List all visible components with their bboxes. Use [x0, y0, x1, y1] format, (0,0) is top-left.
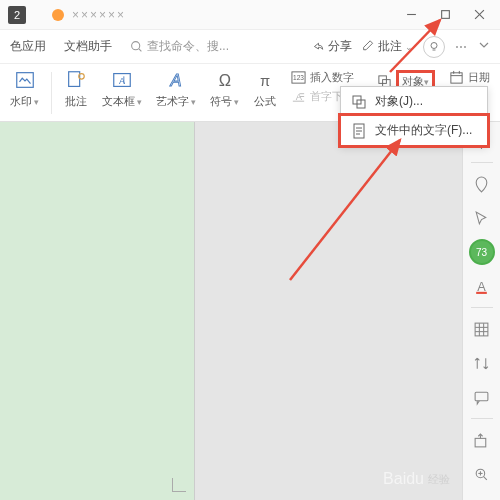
- search-icon: [130, 40, 143, 53]
- annotate-label: 批注: [65, 94, 87, 109]
- svg-text:123: 123: [293, 74, 304, 81]
- comment-button[interactable]: [469, 384, 495, 410]
- svg-rect-1: [441, 11, 449, 19]
- theme-application[interactable]: 色应用: [10, 38, 46, 55]
- watermark-button[interactable]: 水印▾: [6, 68, 43, 109]
- baidu-watermark: Baidu 经验: [383, 470, 450, 488]
- find-button[interactable]: [469, 171, 495, 197]
- object-icon: [351, 94, 367, 110]
- share-side-button[interactable]: [469, 427, 495, 453]
- symbol-icon: Ω: [213, 68, 237, 92]
- date-label: 日期: [468, 70, 490, 85]
- wordart-icon: A: [164, 68, 188, 92]
- annotate-button[interactable]: 批注: [60, 68, 92, 109]
- location-icon: [473, 176, 490, 193]
- dropdown-object-label: 对象(J)...: [375, 93, 423, 110]
- score-badge[interactable]: 73: [469, 239, 495, 265]
- command-search[interactable]: 查找命令、搜...: [130, 38, 229, 55]
- page-corner-mark: [172, 478, 186, 492]
- watermark-sub: 经验: [428, 472, 450, 487]
- svg-rect-9: [69, 72, 80, 87]
- file-text-icon: [351, 123, 367, 139]
- share-button[interactable]: 分享: [312, 38, 352, 55]
- dropdown-text-file-label: 文件中的文字(F)...: [375, 122, 472, 139]
- insert-number-button[interactable]: 123 插入数字: [291, 70, 363, 85]
- document-page[interactable]: [0, 122, 195, 500]
- doc-title: ××××××: [72, 8, 126, 22]
- annotation-label: 批注: [378, 38, 402, 55]
- annotation-icon: [362, 40, 375, 53]
- date-icon: [449, 70, 464, 85]
- share-label: 分享: [328, 38, 352, 55]
- dropdown-object-item[interactable]: 对象(J)...: [341, 87, 487, 116]
- textbox-label: 文本框: [102, 94, 135, 109]
- symbol-button[interactable]: Ω 符号▾: [206, 68, 243, 109]
- cursor-icon: [473, 210, 490, 227]
- svg-point-4: [132, 42, 140, 50]
- zoom-button[interactable]: [469, 461, 495, 487]
- share-icon: [473, 432, 490, 449]
- search-placeholder: 查找命令、搜...: [147, 38, 229, 55]
- svg-text:Ω: Ω: [218, 71, 230, 89]
- annotate-icon: [64, 68, 88, 92]
- svg-rect-43: [475, 392, 488, 401]
- dropdown-text-from-file[interactable]: 文件中的文字(F)...: [338, 113, 490, 148]
- style-button[interactable]: A: [469, 273, 495, 299]
- side-panel: 73 A: [462, 122, 500, 500]
- zoom-icon: [473, 466, 490, 483]
- close-button[interactable]: [466, 2, 492, 28]
- chevron-down-icon: ▾: [34, 97, 39, 107]
- share-icon: [312, 40, 325, 53]
- sort-icon: [473, 355, 490, 372]
- watermark-icon: [13, 68, 37, 92]
- wordart-button[interactable]: A 艺术字▾: [152, 68, 200, 109]
- formula-icon: π: [253, 68, 277, 92]
- formula-button[interactable]: π 公式: [249, 68, 281, 109]
- svg-text:A: A: [477, 278, 486, 293]
- svg-line-5: [139, 49, 141, 51]
- svg-point-6: [431, 42, 437, 48]
- topbar: 色应用 文档助手 查找命令、搜... 分享 批注 ⌄ ⋯: [0, 30, 500, 64]
- table-button[interactable]: [469, 316, 495, 342]
- titlebar: 2 ××××××: [0, 0, 500, 30]
- svg-rect-25: [451, 73, 462, 83]
- svg-line-48: [484, 476, 487, 479]
- svg-rect-8: [16, 73, 33, 88]
- textbox-button[interactable]: A 文本框▾: [98, 68, 146, 109]
- table-icon: [473, 321, 490, 338]
- svg-text:π: π: [260, 73, 270, 89]
- expand-button[interactable]: [478, 39, 490, 54]
- annotation-button[interactable]: 批注 ⌄: [362, 38, 413, 55]
- chevron-down-icon: ▾: [191, 97, 196, 107]
- date-button[interactable]: 日期: [449, 70, 490, 85]
- symbol-label: 符号: [210, 94, 232, 109]
- svg-text:A: A: [169, 71, 181, 89]
- minimize-button[interactable]: [398, 2, 424, 28]
- document-area[interactable]: [0, 122, 462, 500]
- tab-count-badge[interactable]: 2: [8, 6, 26, 24]
- more-button[interactable]: ⋯: [455, 40, 468, 54]
- watermark-label: 水印: [10, 94, 32, 109]
- comment-icon: [473, 389, 490, 406]
- wordart-label: 艺术字: [156, 94, 189, 109]
- sort-button[interactable]: [469, 350, 495, 376]
- object-dropdown: 对象(J)... 文件中的文字(F)...: [340, 86, 488, 146]
- help-button[interactable]: [423, 36, 445, 58]
- workspace: 73 A: [0, 122, 500, 500]
- insert-number-label: 插入数字: [310, 70, 354, 85]
- number-icon: 123: [291, 70, 306, 85]
- formula-label: 公式: [254, 94, 276, 109]
- text-style-icon: A: [473, 278, 490, 295]
- lightbulb-icon: [428, 41, 440, 53]
- chevron-down-icon: ▾: [234, 97, 239, 107]
- chevron-down-icon: ⌄: [405, 42, 413, 52]
- svg-rect-38: [475, 323, 488, 336]
- maximize-button[interactable]: [432, 2, 458, 28]
- doc-status-icon: [52, 9, 64, 21]
- doc-assistant[interactable]: 文档助手: [64, 38, 112, 55]
- dropcap-icon: A: [291, 89, 306, 104]
- textbox-icon: A: [110, 68, 134, 92]
- chevron-down-icon: ▾: [137, 97, 142, 107]
- select-button[interactable]: [469, 205, 495, 231]
- watermark-brand: Baidu: [383, 470, 424, 488]
